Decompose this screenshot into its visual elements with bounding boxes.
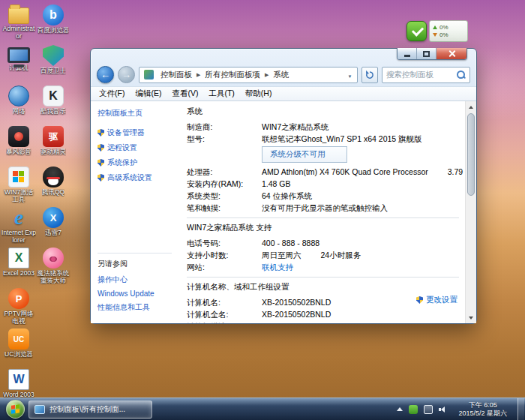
sidebar-item-label: 性能信息和工具	[98, 302, 150, 313]
desktop-icon-baidu-browser[interactable]: b百度浏览器	[36, 4, 70, 45]
forward-button[interactable]	[118, 66, 135, 83]
row-label: 支持小时数:	[187, 250, 262, 260]
download-speed: 0%	[440, 32, 448, 38]
info-row: 型号:联想笔记本Ghost_Win7 SP1 x64 2015 旗舰版	[187, 134, 459, 143]
desktop-icon-label: 网络	[13, 108, 26, 116]
row-value: WIN7之家精品系统	[262, 122, 328, 131]
back-button[interactable]	[97, 66, 114, 83]
pptv-icon: P	[8, 288, 29, 309]
taskbar-button-label: 控制面板\所有控制面...	[50, 404, 125, 415]
window-titlebar[interactable]	[91, 49, 476, 63]
checkmark-icon[interactable]	[406, 21, 427, 41]
sidebar-item-label: 系统保护	[107, 158, 137, 168]
windows-flag-icon	[8, 166, 29, 188]
computer-name-section: 计算机名称、域和工作组设置 计算机名:XB-20150502BNLD 计算机全名…	[187, 282, 459, 323]
sidebar-item-performance-tools[interactable]: 性能信息和工具	[98, 302, 172, 313]
see-also-section: 另请参阅 操作中心 Windows Update 性能信息和工具	[98, 253, 172, 317]
desktop-icon-label: Internet Explorer	[2, 230, 36, 244]
row-label: 计算机全名:	[187, 310, 262, 319]
desktop-icon-qq[interactable]: 腾讯QQ	[36, 166, 70, 207]
maximize-button[interactable]	[417, 48, 436, 59]
sidebar-item-device-manager[interactable]: 设备管理器	[98, 128, 172, 138]
sidebar-item-control-panel-home[interactable]: 控制面板主页	[98, 108, 172, 118]
system-rating-link[interactable]: 系统分级不可用	[262, 146, 347, 163]
speed-panel[interactable]: 0% 0%	[429, 20, 468, 42]
vertical-scrollbar[interactable]	[465, 101, 476, 323]
search-icon[interactable]	[456, 70, 466, 80]
scrollbar-thumb[interactable]	[467, 113, 475, 196]
desktop-icon-excel[interactable]: XExcel 2003	[2, 248, 36, 288]
desktop-icon-driver-genius[interactable]: 驱驱动精灵	[36, 126, 70, 166]
uac-shield-icon	[98, 174, 104, 182]
desktop-icon-mofazhu[interactable]: 魔法猪系统重装大师	[36, 248, 70, 288]
minimize-button[interactable]	[398, 48, 417, 59]
menu-file[interactable]: 文件(F)	[94, 87, 130, 100]
speed-widget[interactable]: 0% 0%	[406, 20, 468, 42]
maximize-icon	[423, 51, 430, 57]
show-desktop-button[interactable]	[518, 398, 524, 420]
breadcrumb-separator-icon	[264, 72, 269, 78]
menu-view[interactable]: 查看(V)	[166, 87, 203, 100]
menu-help[interactable]: 帮助(H)	[240, 87, 278, 100]
desktop-icon-xunlei[interactable]: X迅雷7	[36, 207, 70, 248]
system-tray: 下午 6:05 2015/5/2 星期六	[397, 398, 525, 420]
close-icon	[448, 50, 456, 58]
uc-browser-icon: UC	[8, 328, 29, 350]
start-button[interactable]	[6, 400, 25, 418]
row-value-2: 3.79 GHz	[448, 167, 465, 176]
sidebar-item-system-protection[interactable]: 系统保护	[98, 158, 172, 168]
uac-shield-icon	[98, 159, 104, 166]
sidebar-item-label: Windows Update	[98, 290, 154, 298]
taskbar-clock[interactable]: 下午 6:05 2015/5/2 星期六	[454, 401, 512, 418]
row-value: 1.48 GB	[262, 179, 291, 188]
sidebar-item-remote-settings[interactable]: 远程设置	[98, 142, 172, 153]
show-hidden-icons-icon[interactable]	[397, 407, 403, 411]
desktop-icon-ie[interactable]: eInternet Explorer	[2, 207, 36, 248]
desktop-icon-uc-browser[interactable]: UCUC浏览器	[2, 328, 36, 369]
row-label: 网站:	[187, 262, 262, 272]
change-settings-link[interactable]: 更改设置	[426, 295, 458, 305]
sidebar-item-action-center[interactable]: 操作中心	[98, 274, 172, 285]
menu-tools[interactable]: 工具(T)	[203, 87, 239, 100]
desktop-icon-label: PPTV网络电视	[2, 310, 36, 325]
sidebar-item-windows-update[interactable]: Windows Update	[98, 290, 172, 298]
refresh-button[interactable]	[362, 67, 378, 83]
close-button[interactable]	[436, 48, 466, 59]
desktop-icon-computer[interactable]: 计算机	[2, 45, 36, 86]
scroll-down-button[interactable]	[466, 312, 476, 323]
change-settings[interactable]: 更改设置	[416, 295, 458, 305]
menu-bar: 文件(F) 编辑(E) 查看(V) 工具(T) 帮助(H)	[91, 86, 476, 100]
tray-volume-icon[interactable]	[439, 405, 448, 414]
scrollbar-track[interactable]	[466, 112, 476, 312]
online-support-link[interactable]: 联机支持	[262, 262, 293, 272]
desktop-icon-pptv[interactable]: PPPTV网络电视	[2, 288, 36, 328]
breadcrumb-all-items[interactable]: 所有控制面板项	[201, 70, 264, 80]
menu-edit[interactable]: 编辑(E)	[130, 87, 166, 100]
qq-penguin-icon	[43, 166, 64, 188]
desktop-icon-label: 百度浏览器	[38, 27, 70, 34]
sidebar-item-advanced-settings[interactable]: 高级系统设置	[98, 172, 172, 183]
desktop-icon-win7-tool[interactable]: WIN7激活工具	[2, 166, 36, 207]
sidebar-spacer	[98, 188, 172, 253]
breadcrumb-system[interactable]: 系统	[269, 70, 292, 80]
info-row: 电话号码:400 - 888 - 8888	[187, 238, 459, 248]
desktop-icon-kuwo-music[interactable]: K酷我音乐	[36, 86, 70, 126]
system-info-panel: 系统 制造商:WIN7之家精品系统 型号:联想笔记本Ghost_Win7 SP1…	[175, 101, 465, 323]
address-bar[interactable]: 控制面板 所有控制面板项 系统	[139, 67, 358, 83]
scroll-up-button[interactable]	[466, 101, 476, 112]
desktop-icon-network[interactable]: 网络	[2, 86, 36, 126]
search-box[interactable]: 搜索控制面板	[382, 67, 470, 83]
scroll-up-icon	[469, 106, 473, 109]
breadcrumb-control-panel[interactable]: 控制面板	[157, 70, 196, 80]
row-label: 处理器:	[187, 167, 262, 176]
uac-shield-icon	[98, 129, 104, 136]
desktop-icon-label: 迅雷7	[45, 230, 62, 237]
desktop-icon-baidu-guard[interactable]: 百度卫士	[36, 45, 70, 86]
media-player-icon	[8, 126, 29, 147]
desktop-icon-player[interactable]: 暴风影音	[2, 126, 36, 166]
address-dropdown-icon[interactable]	[344, 70, 356, 80]
taskbar-button-control-panel[interactable]: 控制面板\所有控制面...	[28, 400, 152, 418]
desktop-icon-administrator[interactable]: Administrator	[2, 4, 36, 45]
tray-security-icon[interactable]	[409, 405, 418, 414]
tray-network-icon[interactable]	[424, 405, 433, 414]
